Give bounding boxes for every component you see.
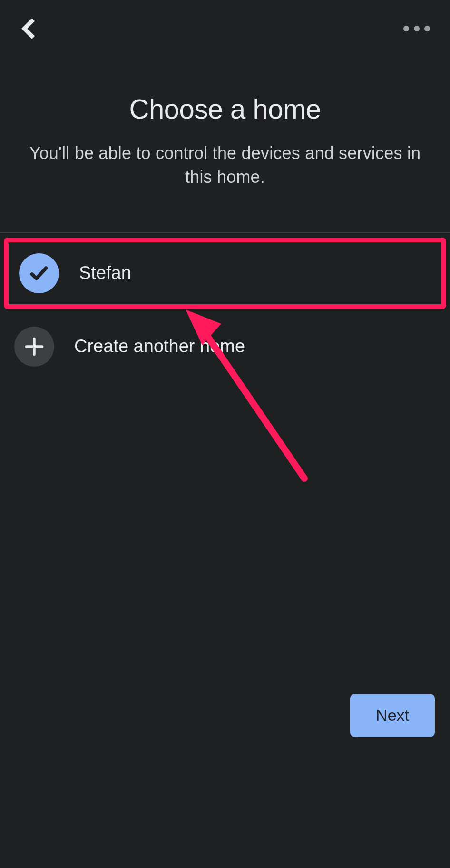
add-indicator: [14, 327, 54, 367]
home-list: Stefan Create another home: [0, 233, 450, 382]
more-options-button[interactable]: [398, 14, 436, 43]
dot-icon: [414, 26, 420, 31]
home-row-selected[interactable]: Stefan: [4, 238, 446, 309]
top-bar: [0, 0, 450, 57]
chevron-left-icon: [19, 19, 39, 39]
plus-icon: [24, 336, 45, 357]
check-icon: [29, 263, 49, 284]
home-label: Stefan: [79, 263, 131, 283]
create-home-row[interactable]: Create another home: [0, 311, 450, 382]
create-home-label: Create another home: [74, 336, 245, 357]
dot-icon: [403, 26, 409, 31]
selected-indicator: [19, 253, 59, 293]
page-title: Choose a home: [24, 93, 426, 125]
header-section: Choose a home You'll be able to control …: [0, 57, 450, 232]
dot-icon: [424, 26, 430, 31]
next-button[interactable]: Next: [350, 694, 435, 737]
back-button[interactable]: [14, 14, 43, 43]
page-subtitle: You'll be able to control the devices an…: [24, 141, 426, 190]
